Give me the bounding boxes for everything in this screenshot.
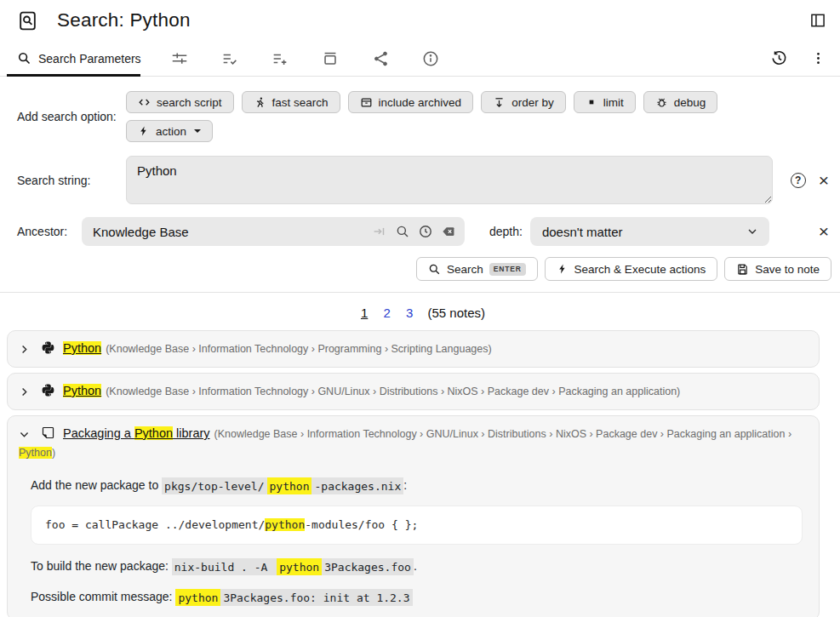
search-result-row-expanded: Packaging a Python library(Knowledge Bas… — [7, 415, 820, 617]
run-icon — [254, 96, 266, 109]
result-note-path: (Knowledge Base › Information Technology… — [106, 343, 491, 355]
debug-icon — [655, 96, 668, 109]
result-title-link[interactable]: Python — [63, 341, 101, 355]
ancestor-label: Ancestor: — [17, 225, 82, 238]
option-fast-search-button[interactable]: fast search — [242, 91, 340, 113]
recent-notes-icon[interactable] — [418, 224, 433, 239]
limit-icon — [586, 96, 597, 108]
jump-to-note-icon[interactable] — [395, 224, 410, 239]
result-count: (55 notes) — [428, 306, 486, 320]
ancestor-input-box — [82, 217, 465, 246]
expand-chevron-icon[interactable] — [19, 386, 30, 397]
enter-kbd-badge: ENTER — [489, 263, 526, 276]
inherited-attributes-icon[interactable] — [271, 49, 289, 68]
note-paths-icon[interactable] — [321, 49, 340, 68]
option-search-script-button[interactable]: search script — [126, 91, 234, 113]
form-results-divider — [0, 292, 840, 293]
search-string-row: Search string: Python ? × — [0, 156, 840, 204]
search-actions-row: Search ENTER Search & Execute actions Sa… — [0, 257, 840, 281]
search-results: Python(Knowledge Base › Information Tech… — [0, 330, 840, 617]
title-bar: Search: Python — [0, 0, 840, 41]
option-include-archived-button[interactable]: include archived — [348, 91, 474, 113]
bolt-icon — [557, 263, 569, 275]
search-string-label: Search string: — [17, 174, 126, 187]
search-result-row: Python(Knowledge Base › Information Tech… — [7, 373, 820, 410]
add-search-option-row: Add search option: search script fast se — [0, 91, 840, 142]
goto-note-icon[interactable] — [372, 224, 387, 239]
search-button[interactable]: Search ENTER — [416, 257, 538, 281]
option-debug-button[interactable]: debug — [643, 91, 718, 113]
chevron-down-icon — [746, 225, 759, 238]
remove-search-string-icon[interactable]: × — [819, 173, 829, 188]
kebab-menu-icon[interactable] — [810, 50, 826, 66]
order-by-icon — [493, 96, 506, 109]
tab-search-parameters[interactable]: Search Parameters — [17, 41, 141, 76]
code-icon — [138, 96, 151, 109]
content-paragraph: Possible commit message: python3Packages… — [31, 588, 803, 606]
page-title: Search: Python — [57, 9, 191, 31]
depth-selected-value: doesn't matter — [542, 225, 746, 239]
bolt-icon — [138, 125, 150, 137]
remove-ancestor-icon[interactable]: × — [819, 224, 829, 239]
page-3-link[interactable]: 3 — [406, 306, 413, 320]
clear-text-icon[interactable] — [441, 224, 456, 239]
python-logo-icon — [41, 340, 55, 355]
python-logo-icon — [41, 383, 55, 397]
tab-label: Search Parameters — [38, 52, 141, 66]
note-icon — [41, 426, 55, 440]
result-title-link[interactable]: Packaging a Python library — [63, 426, 210, 440]
search-option-chips: search script fast search i — [126, 91, 788, 142]
pagination: 1 2 3 (55 notes) — [0, 306, 840, 320]
ancestor-input[interactable] — [82, 225, 364, 239]
depth-select[interactable]: doesn't matter — [530, 217, 769, 246]
option-limit-button[interactable]: limit — [574, 91, 636, 113]
collapse-chevron-icon[interactable] — [19, 429, 30, 440]
content-paragraph: To build the new package: nix-build . -A… — [31, 557, 803, 575]
right-pane-toggle-icon[interactable] — [809, 12, 826, 29]
active-tab-underline — [7, 74, 140, 77]
page-2-link[interactable]: 2 — [383, 306, 390, 320]
add-option-label: Add search option: — [17, 110, 126, 123]
result-content-preview: Add the new package to pkgs/top-level/py… — [19, 462, 808, 611]
search-execute-button[interactable]: Search & Execute actions — [545, 257, 718, 281]
search-result-row: Python(Knowledge Base › Information Tech… — [7, 330, 820, 368]
ancestor-row: Ancestor: depth: doesn't matter — [0, 217, 840, 246]
option-action-button[interactable]: action — [126, 120, 213, 142]
depth-label: depth: — [489, 225, 523, 238]
content-paragraph: Add the new package to pkgs/top-level/py… — [31, 477, 803, 494]
search-string-input[interactable]: Python — [126, 156, 773, 204]
ribbon-icon-group — [170, 49, 440, 68]
note-revisions-icon[interactable] — [770, 49, 788, 67]
help-icon[interactable]: ? — [791, 173, 806, 188]
search-note-icon — [17, 10, 38, 31]
note-map-icon[interactable] — [371, 49, 390, 68]
result-note-path: (Knowledge Base › Information Technology… — [106, 386, 680, 397]
ribbon: Search Parameters — [0, 41, 840, 77]
save-icon — [736, 263, 749, 276]
code-block: foo = callPackage ../development/python-… — [31, 506, 803, 545]
expand-chevron-icon[interactable] — [19, 344, 30, 355]
basic-properties-icon[interactable] — [170, 49, 189, 68]
page-1-current[interactable]: 1 — [361, 306, 368, 320]
ribbon-right-group — [770, 49, 826, 67]
result-title-link[interactable]: Python — [63, 384, 101, 397]
search-icon — [428, 263, 441, 276]
option-order-by-button[interactable]: order by — [481, 91, 566, 113]
dropdown-caret-icon — [194, 129, 201, 133]
save-to-note-button[interactable]: Save to note — [724, 257, 831, 281]
owned-attributes-icon[interactable] — [220, 49, 239, 68]
archive-icon — [360, 96, 373, 109]
search-icon — [17, 51, 31, 66]
note-info-icon[interactable] — [421, 49, 440, 68]
